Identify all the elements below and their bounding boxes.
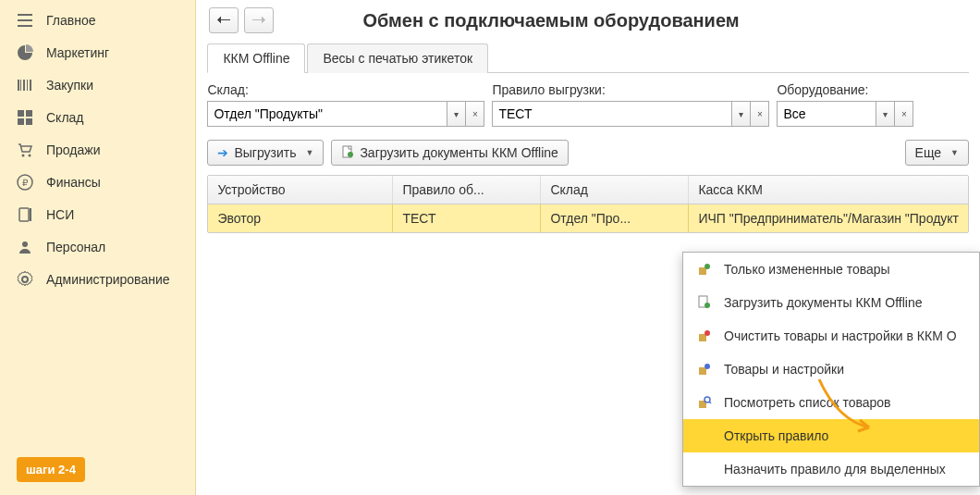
ctx-upload-docs[interactable]: Загрузить документы ККМ Offline bbox=[683, 286, 979, 319]
forward-button[interactable]: 🠒 bbox=[244, 7, 274, 33]
th-warehouse[interactable]: Склад bbox=[541, 176, 689, 204]
ctx-open-rule[interactable]: Открыть правило bbox=[683, 419, 979, 452]
sidebar-item-label: Финансы bbox=[46, 175, 101, 190]
sidebar-item-staff[interactable]: Персонал bbox=[0, 230, 195, 263]
sidebar-item-finance[interactable]: ₽ Финансы bbox=[0, 166, 195, 198]
search-icon bbox=[696, 394, 713, 411]
arrow-right-icon: ➔ bbox=[217, 145, 228, 160]
sidebar-item-warehouse[interactable]: Склад bbox=[0, 101, 195, 133]
ctx-changed-goods[interactable]: Только измененные товары bbox=[683, 253, 979, 286]
svg-rect-17 bbox=[30, 208, 31, 221]
svg-rect-5 bbox=[23, 80, 25, 91]
table-row[interactable]: Эвотор ТЕСТ Отдел "Про... ИЧП "Предприни… bbox=[208, 204, 968, 232]
sidebar-item-admin[interactable]: Администрирование bbox=[0, 263, 195, 295]
steps-badge: шаги 2-4 bbox=[17, 457, 85, 482]
sidebar-item-nsi[interactable]: НСИ bbox=[0, 198, 195, 230]
upload-icon bbox=[696, 294, 713, 311]
sidebar-item-marketing[interactable]: Маркетинг bbox=[0, 36, 195, 68]
td-warehouse: Отдел "Про... bbox=[541, 204, 689, 232]
chevron-down-icon: ▼ bbox=[950, 148, 959, 157]
svg-text:₽: ₽ bbox=[22, 178, 29, 188]
svg-point-24 bbox=[704, 303, 710, 308]
import-button[interactable]: Загрузить документы ККМ Offline bbox=[331, 140, 568, 166]
td-device: Эвотор bbox=[208, 204, 393, 232]
ctx-clear-goods[interactable]: Очистить товары и настройки в ККМ O bbox=[683, 319, 979, 353]
svg-rect-7 bbox=[30, 80, 31, 91]
td-rule: ТЕСТ bbox=[393, 204, 541, 232]
sidebar-item-purchases[interactable]: Закупки bbox=[0, 68, 195, 101]
person-icon bbox=[17, 239, 33, 255]
sidebar-item-label: Склад bbox=[46, 110, 84, 125]
back-button[interactable]: 🠐 bbox=[209, 7, 239, 33]
ctx-goods-settings[interactable]: Товары и настройки bbox=[683, 353, 979, 386]
list-icon bbox=[17, 12, 33, 29]
th-device[interactable]: Устройство bbox=[208, 176, 393, 204]
filters-row: Склад: ▾ × Правило выгрузки: ▾ × Оборудо… bbox=[196, 73, 980, 127]
equipment-clear[interactable]: × bbox=[895, 101, 913, 127]
main-area: 🠐 🠒 Обмен с подключаемым оборудованием К… bbox=[196, 0, 980, 495]
sidebar-item-label: НСИ bbox=[46, 207, 74, 222]
svg-rect-9 bbox=[26, 110, 32, 117]
svg-rect-6 bbox=[27, 80, 28, 91]
warehouse-dropdown[interactable]: ▾ bbox=[447, 101, 466, 127]
svg-rect-1 bbox=[18, 19, 32, 21]
svg-rect-4 bbox=[20, 80, 21, 91]
table-header: Устройство Правило об... Склад Касса ККМ bbox=[208, 176, 968, 204]
sidebar-item-label: Маркетинг bbox=[46, 45, 109, 60]
svg-rect-27 bbox=[699, 367, 706, 375]
barcode-icon bbox=[17, 77, 33, 93]
td-kkm: ИЧП "Предприниматель"/Магазин "Продукт bbox=[689, 204, 968, 232]
warehouse-input[interactable] bbox=[207, 101, 447, 127]
svg-rect-8 bbox=[18, 110, 24, 117]
ctx-view-goods[interactable]: Посмотреть список товаров bbox=[683, 386, 979, 419]
th-rule[interactable]: Правило об... bbox=[393, 176, 541, 204]
cart-icon bbox=[17, 142, 33, 158]
clear-icon bbox=[696, 328, 713, 344]
sidebar-item-label: Персонал bbox=[46, 240, 105, 254]
rule-label: Правило выгрузки: bbox=[492, 82, 769, 97]
more-button[interactable]: Еще ▼ bbox=[905, 140, 969, 166]
svg-rect-11 bbox=[26, 118, 32, 125]
svg-rect-25 bbox=[699, 334, 706, 341]
rule-dropdown[interactable]: ▾ bbox=[732, 101, 751, 127]
tab-kkm-offline[interactable]: ККМ Offline bbox=[207, 43, 305, 73]
sidebar: Главное Маркетинг Закупки Склад Продажи … bbox=[0, 0, 196, 495]
blank-icon bbox=[696, 461, 713, 477]
equipment-dropdown[interactable]: ▾ bbox=[876, 101, 895, 127]
sidebar-item-label: Продажи bbox=[46, 142, 100, 157]
devices-table: Устройство Правило об... Склад Касса ККМ… bbox=[207, 175, 969, 233]
pie-icon bbox=[17, 44, 33, 61]
svg-rect-16 bbox=[19, 208, 29, 221]
ctx-assign-rule[interactable]: Назначить правило для выделенных bbox=[683, 452, 979, 486]
rule-input[interactable] bbox=[492, 101, 732, 127]
svg-rect-21 bbox=[699, 267, 706, 275]
warehouse-clear[interactable]: × bbox=[466, 101, 484, 127]
sidebar-item-label: Администрирование bbox=[46, 272, 170, 287]
svg-rect-3 bbox=[18, 80, 19, 91]
grid-icon bbox=[17, 109, 33, 126]
svg-rect-0 bbox=[18, 14, 32, 16]
svg-point-18 bbox=[22, 241, 28, 247]
th-kkm[interactable]: Касса ККМ bbox=[689, 176, 968, 204]
export-button[interactable]: ➔ Выгрузить ▼ bbox=[207, 140, 324, 166]
package-icon bbox=[696, 361, 713, 377]
chevron-down-icon: ▼ bbox=[305, 148, 313, 157]
page-title: Обмен с подключаемым оборудованием bbox=[362, 10, 739, 31]
sidebar-item-label: Главное bbox=[46, 13, 96, 28]
svg-point-20 bbox=[348, 152, 353, 157]
context-menu: Только измененные товары Загрузить докум… bbox=[682, 252, 980, 487]
warehouse-label: Склад: bbox=[207, 82, 484, 97]
equipment-input[interactable] bbox=[777, 101, 876, 127]
blank-icon bbox=[696, 427, 713, 444]
svg-rect-2 bbox=[18, 25, 32, 27]
svg-rect-10 bbox=[18, 118, 24, 125]
equipment-label: Оборудование: bbox=[777, 82, 913, 97]
svg-point-22 bbox=[704, 264, 710, 269]
rule-clear[interactable]: × bbox=[751, 101, 769, 127]
sidebar-item-main[interactable]: Главное bbox=[0, 4, 195, 36]
tabs: ККМ Offline Весы с печатью этикеток bbox=[207, 43, 969, 73]
nav-toolbar: 🠐 🠒 Обмен с подключаемым оборудованием bbox=[196, 0, 980, 39]
tab-scales[interactable]: Весы с печатью этикеток bbox=[307, 43, 488, 73]
sidebar-item-sales[interactable]: Продажи bbox=[0, 133, 195, 166]
changed-icon bbox=[696, 261, 713, 278]
